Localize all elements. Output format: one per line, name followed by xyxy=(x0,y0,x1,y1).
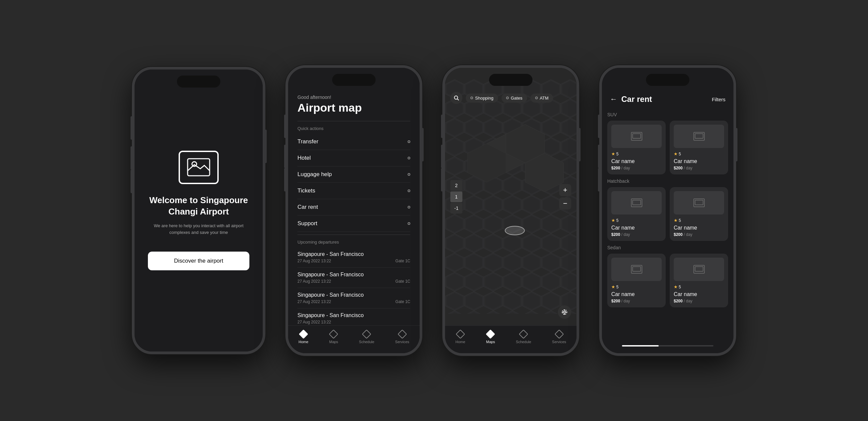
dep-info-3: 27 Aug 2022 13:22 Gate 1C xyxy=(298,299,410,304)
departure-item-3[interactable]: Singapoure - San Francisco 27 Aug 2022 1… xyxy=(298,288,410,308)
divider-1 xyxy=(298,121,410,121)
car-name-sedan-2: Car name xyxy=(674,291,724,298)
map-filter-bar: Shopping Gates ATM xyxy=(445,92,577,104)
svg-rect-4 xyxy=(445,80,577,314)
suv-cards-row: ★ 5 Car name $200 / day xyxy=(607,121,728,174)
menu-dot-hotel xyxy=(408,157,410,159)
car-stars-hb-2: ★ 5 xyxy=(674,218,724,223)
departure-item-2[interactable]: Singapoure - San Francisco 27 Aug 2022 1… xyxy=(298,268,410,288)
car-image-sedan-2 xyxy=(674,258,724,281)
filter-chip-shopping-label: Shopping xyxy=(475,95,493,101)
screen-content: Good afternoon! Airport map Quick action… xyxy=(288,68,420,326)
menu-hotel-text: Hotel xyxy=(298,155,311,161)
car-card-suv-1[interactable]: ★ 5 Car name $200 / day xyxy=(607,121,666,174)
nav-3-schedule-label: Schedule xyxy=(516,340,531,344)
filter-chip-atm-label: ATM xyxy=(540,95,549,101)
welcome-subtitle: We are here to help you interact with al… xyxy=(148,223,249,235)
scroll-indicator xyxy=(622,345,713,346)
phone-1: Welcome to Singapoure Changi Airport We … xyxy=(132,67,266,354)
car-card-suv-2[interactable]: ★ 5 Car name $200 / day xyxy=(670,121,728,174)
filter-chip-shopping[interactable]: Shopping xyxy=(466,93,498,103)
locate-button[interactable] xyxy=(558,305,571,319)
filter-chip-gates[interactable]: Gates xyxy=(501,93,527,103)
map-level-controls: 2 1 -1 xyxy=(451,180,462,214)
car-card-hb-2[interactable]: ★ 5 Car name $200 / day xyxy=(670,187,728,241)
star-icon-5: ★ xyxy=(611,284,615,289)
scroll-thumb xyxy=(622,345,659,346)
nav-3-maps[interactable]: Maps xyxy=(486,330,495,344)
schedule-icon xyxy=(362,330,371,338)
phone-3-side-button xyxy=(579,128,581,161)
phone-1-screen: Welcome to Singapoure Changi Airport We … xyxy=(134,69,263,352)
zoom-out-button[interactable]: − xyxy=(559,197,571,209)
chip-dot-atm xyxy=(535,96,538,99)
nav-services[interactable]: Services xyxy=(395,330,409,344)
menu-item-luggage[interactable]: Luggage help xyxy=(298,166,410,183)
menu-item-car-rent[interactable]: Car rent xyxy=(298,199,410,216)
discover-airport-button[interactable]: Discover the airport xyxy=(148,252,249,270)
map-search-button[interactable] xyxy=(451,92,462,104)
quick-actions-label: Quick actions xyxy=(298,126,410,131)
menu-item-tickets[interactable]: Tickets xyxy=(298,183,410,199)
services-icon xyxy=(398,330,407,338)
dep-route-3: Singapoure - San Francisco xyxy=(298,292,410,298)
image-placeholder-icon xyxy=(187,158,210,176)
star-count-hb-2: 5 xyxy=(679,218,681,223)
car-stars-hb-1: ★ 5 xyxy=(611,218,662,223)
bottom-nav-2: Home Maps Schedule xyxy=(288,326,420,353)
back-button[interactable]: ← xyxy=(610,95,617,104)
nav-3-services[interactable]: Services xyxy=(552,330,566,344)
car-card-sedan-2[interactable]: ★ 5 Car name $200 / day xyxy=(670,254,728,307)
nav-schedule-label: Schedule xyxy=(359,340,374,344)
car-price-suv-2: $200 / day xyxy=(674,166,724,170)
hatchback-cards-row: ★ 5 Car name $200 / day xyxy=(607,187,728,241)
airport-map-title: Airport map xyxy=(298,101,410,114)
menu-dot-luggage xyxy=(408,173,410,176)
menu-item-transfer[interactable]: Transfer xyxy=(298,134,410,150)
nav-3-home-label: Home xyxy=(455,340,465,344)
star-count-sedan-1: 5 xyxy=(616,285,619,289)
star-count-suv-2: 5 xyxy=(679,152,681,157)
car-image-suv-2 xyxy=(674,124,724,148)
filters-button[interactable]: Filters xyxy=(712,96,725,102)
svg-line-10 xyxy=(457,99,459,100)
departure-item-1[interactable]: Singapoure - San Francisco 27 Aug 2022 1… xyxy=(298,247,410,268)
filter-chip-atm[interactable]: ATM xyxy=(530,93,553,103)
chip-dot-shopping xyxy=(470,96,473,99)
nav-3-schedule[interactable]: Schedule xyxy=(516,330,531,344)
car-image-icon-hb-2 xyxy=(692,196,706,209)
menu-transfer-text: Transfer xyxy=(298,138,318,145)
zoom-in-button[interactable]: + xyxy=(559,184,571,196)
car-card-hb-1[interactable]: ★ 5 Car name $200 / day xyxy=(607,187,666,241)
nav-3-services-label: Services xyxy=(552,340,566,344)
location-marker xyxy=(505,226,525,235)
departures-label: Upcoming departures xyxy=(298,240,410,245)
nav-3-home[interactable]: Home xyxy=(455,330,465,344)
car-rent-screen: ← Car rent Filters SUV xyxy=(602,68,734,353)
nav-home[interactable]: Home xyxy=(299,330,308,344)
menu-car-rent-text: Car rent xyxy=(298,204,318,210)
menu-item-hotel[interactable]: Hotel xyxy=(298,150,410,166)
menu-dot-support xyxy=(408,222,410,225)
star-icon-4: ★ xyxy=(674,218,678,223)
car-image-icon-sedan-1 xyxy=(630,263,643,276)
car-name-hb-2: Car name xyxy=(674,225,724,231)
menu-item-support[interactable]: Support xyxy=(298,216,410,232)
nav-schedule[interactable]: Schedule xyxy=(359,330,374,344)
car-card-sedan-1[interactable]: ★ 5 Car name $200 / day xyxy=(607,254,666,307)
phone-1-side-button xyxy=(265,130,267,163)
star-icon-6: ★ xyxy=(674,284,678,289)
car-rent-title: Car rent xyxy=(621,94,652,104)
nav-services-label: Services xyxy=(395,340,409,344)
level-minus1-button[interactable]: -1 xyxy=(451,203,462,214)
level-2-button[interactable]: 2 xyxy=(451,180,462,191)
departure-item-4[interactable]: Singapoure - San Francisco 27 Aug 2022 1… xyxy=(298,308,410,326)
level-1-button[interactable]: 1 xyxy=(451,192,462,202)
car-stars-sedan-1: ★ 5 xyxy=(611,284,662,289)
category-sedan-label: Sedan xyxy=(607,245,728,250)
bottom-nav-3: Home Maps Schedule xyxy=(445,326,577,353)
phone-4: ← Car rent Filters SUV xyxy=(599,65,736,356)
nav-maps[interactable]: Maps xyxy=(329,330,338,344)
welcome-title: Welcome to Singapoure Changi Airport xyxy=(148,195,249,218)
svg-rect-24 xyxy=(695,200,703,205)
